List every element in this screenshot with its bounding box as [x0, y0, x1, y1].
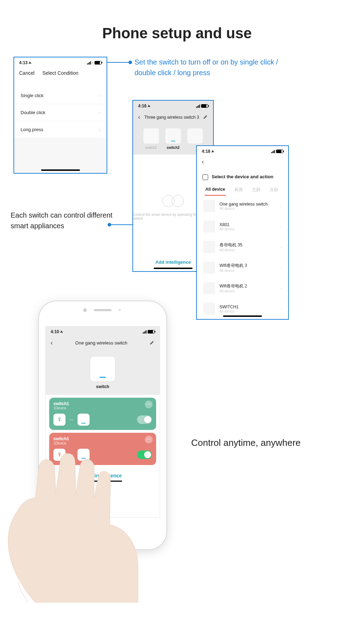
device-sub: All device: [219, 248, 242, 252]
location-icon: ➤: [60, 330, 64, 334]
screen-title: Select Condition: [14, 70, 107, 76]
screen-title: Three gang wireless switch 3: [144, 115, 199, 120]
device-thumb: [203, 282, 215, 294]
row-label: Long press: [21, 127, 43, 132]
chevron-right-icon: ›: [99, 127, 100, 132]
device-thumb: [203, 241, 215, 253]
card-subtitle: 1Device: [53, 441, 152, 445]
location-icon: ➤: [211, 149, 215, 154]
caption-3: Control anytime, anywhere: [191, 436, 301, 450]
switch-tab[interactable]: switch2: [165, 128, 181, 150]
venn-icon: [162, 195, 184, 208]
card-subtitle: 1Device: [53, 406, 152, 410]
condition-row[interactable]: Double click›: [14, 104, 107, 121]
page-title: Phone setup and use: [0, 25, 354, 42]
device-name: X801: [219, 222, 235, 227]
screen-select-condition: 4:13 ➤ ◦ Cancel Select Condition Single …: [13, 57, 107, 174]
signal-icon: [271, 150, 275, 153]
location-icon: ➤: [28, 61, 32, 65]
card-title: switch: [53, 401, 67, 406]
device-thumb: [203, 262, 215, 274]
switch-label: switch: [46, 384, 160, 395]
connector-line: [107, 62, 130, 63]
device-icon: [78, 414, 90, 426]
home-indicator: [83, 481, 122, 482]
switch-label: switch2: [165, 146, 181, 150]
device-sub: All device: [219, 289, 247, 293]
toggle[interactable]: [137, 415, 152, 424]
tap-icon: [53, 414, 65, 426]
device-sub: All device: [219, 269, 247, 273]
edit-button[interactable]: [150, 340, 155, 346]
status-bar: 4:16 ➤: [133, 101, 213, 110]
condition-row[interactable]: Single click›: [14, 87, 107, 104]
arrow-icon: ↔: [69, 417, 74, 422]
add-intelligence-button[interactable]: Add intelligence: [46, 468, 160, 481]
home-button[interactable]: [93, 524, 112, 543]
device-row[interactable]: 卷帘电机 35All device›: [197, 237, 288, 257]
battery-icon: [201, 104, 208, 108]
status-bar: 4:13 ➤ ◦: [14, 57, 107, 67]
card-num: 1: [67, 401, 69, 406]
condition-row[interactable]: Long press›: [14, 121, 107, 138]
switch-tab[interactable]: switch1: [143, 128, 159, 150]
battery-icon: [95, 61, 102, 65]
wifi-icon: ◦: [92, 60, 93, 65]
chevron-right-icon: ›: [280, 286, 282, 290]
device-sub: All device: [219, 227, 235, 231]
device-row[interactable]: One gang wireless switchAll device›: [197, 196, 288, 216]
battery-icon: [276, 150, 283, 153]
switch-label: switch1: [143, 146, 159, 150]
row-label: Double click: [21, 110, 45, 115]
tab[interactable]: 厨房: [234, 183, 244, 196]
chevron-right-icon: ›: [280, 245, 282, 249]
device-name: Wifi卷帘电机 2: [219, 283, 247, 289]
chevron-right-icon: ›: [280, 307, 282, 311]
signal-icon: [196, 105, 200, 108]
device-row[interactable]: Wifi卷帘电机 2All device›: [197, 278, 288, 298]
tab[interactable]: 次卧: [269, 183, 279, 196]
home-indicator: [223, 315, 262, 317]
device-thumb: [203, 220, 215, 233]
status-time: 4:10: [51, 329, 59, 334]
status-time: 4:16: [138, 103, 147, 108]
back-button[interactable]: ‹: [138, 113, 140, 121]
chevron-right-icon: ›: [99, 93, 100, 98]
device-name: 卷帘电机 35: [219, 242, 242, 248]
svg-point-0: [59, 418, 61, 420]
status-bar: 4:10 ➤: [46, 326, 160, 336]
tab[interactable]: All device: [205, 183, 226, 196]
device-sub: All device: [219, 309, 239, 313]
home-indicator: [41, 169, 80, 171]
chevron-right-icon: ›: [99, 110, 100, 115]
device-sub: All device: [219, 207, 268, 211]
device-thumb: [203, 303, 215, 315]
status-bar: 4:18 ➤: [197, 146, 288, 155]
status-time: 4:18: [202, 149, 210, 154]
toggle[interactable]: [137, 450, 152, 459]
caption-2: Each switch can control different smart …: [11, 210, 124, 231]
location-icon: ➤: [147, 104, 151, 108]
card-num: 1: [67, 436, 69, 441]
automation-card[interactable]: ⋯ switch1 1Device ↔: [49, 433, 156, 465]
device-name: SWITCH1: [219, 304, 239, 309]
connector-dot: [129, 61, 132, 64]
section-title: Select the device and action: [212, 174, 273, 180]
signal-icon: [143, 330, 147, 334]
back-button[interactable]: ‹: [202, 158, 204, 165]
card-title: switch: [53, 436, 67, 441]
tab[interactable]: 主卧: [251, 183, 261, 196]
battery-icon: [148, 330, 155, 334]
device-row[interactable]: X801All device›: [197, 216, 288, 237]
screen-select-device: 4:18 ➤ ‹ Select the device and action Al…: [196, 145, 289, 320]
automation-card[interactable]: ⋯ switch1 1Device ↔: [49, 398, 156, 430]
signal-icon: [87, 61, 91, 65]
phone-mockup: 4:10 ➤ ‹ One gang wireless switch switch…: [39, 301, 166, 549]
arrow-icon: ↔: [69, 452, 74, 458]
switch-preview: [90, 357, 115, 381]
device-row[interactable]: Wifi卷帘电机 3All device›: [197, 257, 288, 278]
back-button[interactable]: ‹: [51, 339, 53, 347]
device-row[interactable]: LCWIFI-SWITCH4All device›: [197, 319, 288, 320]
edit-button[interactable]: [203, 114, 208, 120]
chevron-right-icon: ›: [280, 224, 282, 229]
